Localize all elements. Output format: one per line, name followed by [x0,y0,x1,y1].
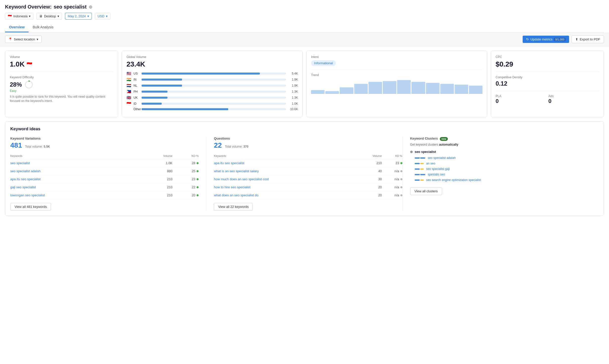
chevron-down-icon: ▾ [87,14,89,18]
country-code-label: Other [134,107,140,111]
cluster-keyword-link[interactable]: seo search engine optimization specialis… [426,178,481,182]
ads-label: Ads [549,94,599,98]
device-filter[interactable]: 🖥 Desktop ▾ [36,13,62,20]
intent-badge: Informational [311,60,336,66]
variations-title: Keyword Variations [10,137,199,140]
questions-column: Questions 22 Total volume: 370 Keywords … [206,137,402,211]
svg-point-0 [25,81,32,88]
cluster-keyword-link[interactable]: seo specialist gaji [426,167,450,171]
kd-cell: n/a [382,167,402,175]
volume-label: Volume [10,55,113,59]
export-button[interactable]: ⬆ Export to PDF [572,35,604,43]
volume-cell: 880 [138,167,172,175]
update-metrics-button[interactable]: ↻ Update metrics 0/1,000 [523,36,569,43]
global-row-item: 🇬🇧 UK 1.3K [127,95,298,100]
tab-bulk-analysis[interactable]: Bulk Analysis [29,23,57,32]
update-metrics-label: Update metrics [530,37,552,41]
volume-cell: 30 [358,175,382,183]
trend-bar-item [411,82,425,94]
volume-bar-bg [142,97,286,99]
country-code-label: NL [134,84,140,87]
intent-card: Intent Informational Trend [306,50,487,117]
green-dot-icon [197,170,199,172]
country-filter[interactable]: 🇮🇩 Indonesia ▾ [5,13,33,20]
global-row-item: 🇮🇩 ID 1.0K [127,101,298,106]
keyword-link[interactable]: seo specialist [10,161,30,165]
green-dot-icon [400,162,402,164]
gray-dot-icon [400,170,402,172]
keyword-link[interactable]: what does an seo specialist do [214,193,258,197]
volume-bar-bg [142,73,286,75]
variations-total-label: Total volume: 5.5K [25,145,50,148]
date-filter[interactable]: May 2, 2024 ▾ [65,13,92,20]
cluster-keyword-link[interactable]: seo specialist adalah [428,156,456,160]
keyword-link[interactable]: seo specialist adalah [10,169,41,173]
variations-table: Keywords Volume KD % seo specialist 1.0K… [10,153,199,199]
volume-cell: 210 [138,191,172,199]
cluster-bars [415,168,424,170]
add-keyword-icon[interactable]: ⊕ [89,4,92,10]
kd-cell: 22 [172,183,199,191]
volume-number: 1.0K [288,102,298,105]
pla-col: PLA 0 [496,94,546,104]
tab-overview[interactable]: Overview [5,23,29,32]
keyword-link[interactable]: apa itu seo specialist [214,161,244,165]
ads-value: 0 [549,98,599,104]
volume-number: 1.3K [288,90,298,93]
country-flag-icon: 🇮🇩 [127,101,132,106]
list-item: seo search engine optimization specialis… [410,178,599,182]
chevron-down-icon: ▾ [37,37,38,41]
cluster-bar-blue-icon [420,174,425,175]
intent-label: Intent [311,55,482,59]
variations-count: 481 [10,141,22,149]
export-icon: ⬆ [575,37,578,41]
cluster-bars [415,163,424,164]
volume-value: 1.0K 🇮🇩 [10,60,113,68]
table-row: how to hire seo specialist 20 n/a [214,183,402,191]
global-volume-value: 23.4K [127,60,298,68]
global-volume-card: Global Volume 23.4K 🇺🇸 US 5.4K 🇮🇳 IN 1.9… [122,50,303,117]
cluster-keyword-link[interactable]: spesialis seo [428,173,445,176]
volume-bar-bg [142,79,286,81]
trend-bar-item [397,80,411,94]
select-location-button[interactable]: 📍 Select location ▾ [5,36,42,43]
questions-table: Keywords Volume KD % apa itu seo special… [214,153,402,199]
country-code-label: PH [134,90,140,93]
trend-bar-item [340,87,353,94]
chevron-down-icon: ▾ [106,14,108,18]
volume-cell: 210 [138,183,172,191]
list-item: an seo [410,162,599,165]
currency-filter[interactable]: USD ▾ [95,13,110,20]
kd-cell: n/a [382,183,402,191]
keyword-link[interactable]: gaji seo specialist [10,185,36,189]
country-code-label: US [134,72,140,75]
cluster-main-dot [410,151,413,153]
col-keywords: Keywords [10,153,138,159]
view-all-variations-button[interactable]: View all 481 keywords [10,203,51,211]
keyword-link[interactable]: how much does an seo specialist cost [214,177,269,181]
currency-label: USD [98,14,104,18]
cluster-keyword-link[interactable]: an seo [426,162,435,165]
location-icon: 📍 [8,37,12,41]
trend-bar-item [369,82,382,94]
filters-bar: 🇮🇩 Indonesia ▾ 🖥 Desktop ▾ May 2, 2024 ▾… [5,13,604,20]
difficulty-description: It is quite possible to rank for this ke… [10,95,113,103]
trend-bars [311,79,482,94]
global-row-item: 🇳🇱 NL 1.9K [127,83,298,88]
keyword-link[interactable]: apa itu seo specialist [10,177,41,181]
keyword-link[interactable]: how to hire seo specialist [214,185,250,189]
view-all-questions-button[interactable]: View all 22 keywords [214,203,253,211]
country-flag-icon: 🇮🇩 [8,14,12,18]
keyword-link[interactable]: what is an seo specialist salary [214,169,259,173]
trend-bar-item [311,90,325,94]
view-all-clusters-button[interactable]: View all clusters [410,187,442,195]
kd-cell: 23 [172,175,199,183]
volume-bar-fill [142,103,162,105]
pla-ads-row: PLA 0 Ads 0 [496,94,599,104]
volume-number: 1.9K [288,78,298,81]
pla-label: PLA [496,94,546,98]
keyword-text: seo specialist [54,4,87,10]
keyword-link[interactable]: lowongan seo specialist [10,193,45,197]
difficulty-row: 28% [10,80,113,89]
pla-value: 0 [496,98,546,104]
